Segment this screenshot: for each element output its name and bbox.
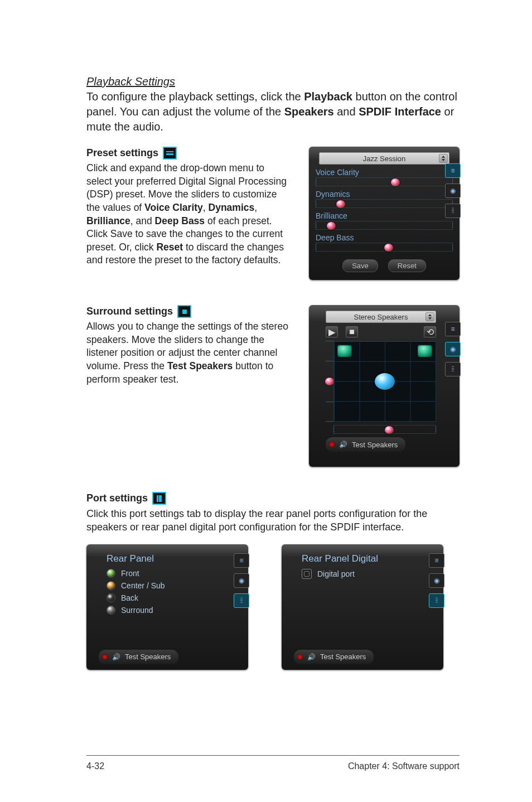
test-speakers-button[interactable]: 🔊 Test Speakers — [99, 650, 178, 664]
save-button[interactable]: Save — [342, 259, 378, 272]
section-title: Playback Settings — [86, 75, 460, 88]
port-label: Front — [121, 569, 139, 578]
surround-text: Surround settings Allows you to change t… — [86, 305, 292, 386]
tab-ports-icon[interactable]: ⦙⦙ — [445, 362, 461, 376]
led-icon — [102, 654, 108, 660]
jack-green-icon — [107, 569, 115, 578]
panel-title: Rear Panel — [107, 553, 241, 564]
test-speakers-label: Test Speakers — [320, 653, 366, 661]
port-item-surround: Surround — [107, 606, 241, 615]
preset-paragraph: Click and expand the drop-down menu to s… — [86, 162, 292, 267]
voice-clarity-slider[interactable]: Voice Clarity — [316, 168, 453, 186]
tab-ports-icon[interactable]: ⦙⦙ — [429, 593, 444, 608]
slider-label: Deep Bass — [316, 233, 453, 242]
front-left-speaker-icon[interactable] — [337, 345, 352, 357]
led-icon — [329, 442, 335, 447]
preset-panel: Jazz Session Voice Clarity Dynamics Bril… — [309, 147, 460, 280]
rear-panel-speakers: Rear Panel Front Center / Sub Back — [86, 544, 248, 670]
port-label: Digital port — [317, 569, 355, 578]
dropdown-knob-icon[interactable] — [425, 312, 434, 321]
tab-equalizer-icon[interactable]: ≡ — [445, 322, 461, 336]
port-paragraph: Click this port settings tab to display … — [86, 507, 460, 534]
preset-text: Preset settings Click and expand the dro… — [86, 147, 292, 267]
panel-title: Rear Panel Digital — [302, 553, 437, 564]
tab-surround-icon[interactable]: ◉ — [234, 573, 249, 588]
front-right-speaker-icon[interactable] — [418, 345, 432, 357]
speaker-config-dropdown[interactable]: Stereo Speakers — [326, 311, 436, 323]
tab-ports-icon[interactable]: ⦙⦙ — [445, 204, 461, 218]
side-tabs: ≡ ◉ ⦙⦙ — [234, 553, 249, 608]
slider-thumb[interactable] — [327, 222, 336, 230]
slider-thumb[interactable] — [391, 178, 400, 186]
port-item-front: Front — [107, 569, 241, 578]
v-slider-thumb[interactable] — [325, 378, 334, 385]
port-label: Center / Sub — [121, 581, 165, 590]
tab-equalizer-icon[interactable]: ≡ — [234, 553, 249, 568]
jack-black-icon — [107, 593, 115, 602]
port-list: Front Center / Sub Back Surround — [107, 569, 241, 615]
preset-dropdown[interactable]: Jazz Session — [319, 152, 449, 165]
slider-label: Brilliance — [316, 211, 453, 220]
horizontal-slider[interactable] — [333, 425, 436, 434]
test-speakers-label: Test Speakers — [352, 441, 398, 449]
speaker-icon: 🔊 — [339, 441, 347, 448]
test-speakers-button[interactable]: 🔊 Test Speakers — [294, 650, 374, 664]
port-label: Surround — [121, 606, 153, 615]
tab-surround-icon[interactable]: ◉ — [445, 342, 461, 356]
play-button[interactable]: ▶ — [326, 326, 338, 337]
jack-digital-icon — [302, 569, 312, 579]
listener-grid[interactable] — [326, 341, 436, 422]
text: and — [334, 105, 359, 118]
text: , — [254, 202, 257, 213]
surround-panel: Stereo Speakers ▶ ■ ⟲ — [309, 305, 460, 467]
tab-surround-icon[interactable]: ◉ — [445, 183, 461, 198]
tab-equalizer-icon[interactable]: ≡ — [445, 163, 461, 178]
listener-icon[interactable] — [375, 373, 395, 390]
equalizer-icon — [163, 147, 177, 160]
chapter-title: Chapter 4: Software support — [348, 761, 460, 771]
tab-equalizer-icon[interactable]: ≡ — [429, 553, 444, 568]
bold: Dynamics — [209, 202, 255, 213]
text: , — [203, 202, 209, 213]
slider-thumb[interactable] — [336, 200, 345, 208]
loop-button[interactable]: ⟲ — [424, 326, 436, 337]
stop-button[interactable]: ■ — [346, 326, 358, 337]
test-speakers-button[interactable]: 🔊 Test Speakers — [326, 437, 405, 452]
surround-row: Surround settings Allows you to change t… — [86, 305, 460, 467]
slider-thumb[interactable] — [384, 244, 393, 252]
brilliance-slider[interactable]: Brilliance — [316, 211, 453, 230]
intro-paragraph: To configure the playback settings, clic… — [86, 89, 460, 134]
port-item-center-sub: Center / Sub — [107, 581, 241, 590]
bold: Voice Clarity — [144, 202, 203, 213]
preset-row: Preset settings Click and expand the dro… — [86, 147, 460, 280]
ports-row: Rear Panel Front Center / Sub Back — [86, 544, 460, 670]
tab-ports-icon[interactable]: ⦙⦙ — [234, 593, 249, 608]
jack-orange-icon — [107, 581, 115, 590]
reset-button[interactable]: Reset — [388, 259, 426, 272]
bold: SPDIF Interface — [359, 105, 441, 118]
page-footer: 4-32 Chapter 4: Software support — [86, 755, 460, 771]
jack-grey-icon — [107, 606, 115, 615]
tab-surround-icon[interactable]: ◉ — [429, 573, 444, 588]
led-icon — [297, 654, 303, 660]
slider-label: Voice Clarity — [316, 168, 453, 177]
surround-icon — [177, 305, 191, 318]
bold: Test Speakers — [167, 360, 233, 371]
ports-icon — [152, 492, 166, 505]
speaker-icon: 🔊 — [307, 653, 316, 661]
port-section: Port settings Click this port settings t… — [86, 492, 460, 670]
dynamics-slider[interactable]: Dynamics — [316, 190, 453, 208]
vertical-slider[interactable] — [326, 341, 333, 422]
surround-paragraph: Allows you to change the settings of the… — [86, 320, 292, 386]
port-item-digital: Digital port — [302, 569, 437, 579]
bold: Speakers — [284, 105, 334, 118]
deep-bass-slider[interactable]: Deep Bass — [316, 233, 453, 252]
h-slider-thumb[interactable] — [385, 426, 394, 434]
side-tabs: ≡ ◉ ⦙⦙ — [429, 553, 444, 608]
port-label: Back — [121, 593, 138, 602]
rear-panel-digital: Rear Panel Digital Digital port 🔊 Test S… — [282, 544, 443, 670]
dropdown-knob-icon[interactable] — [439, 154, 448, 163]
speaker-icon: 🔊 — [112, 653, 120, 661]
port-item-back: Back — [107, 593, 241, 602]
surround-heading: Surround settings — [86, 306, 173, 317]
